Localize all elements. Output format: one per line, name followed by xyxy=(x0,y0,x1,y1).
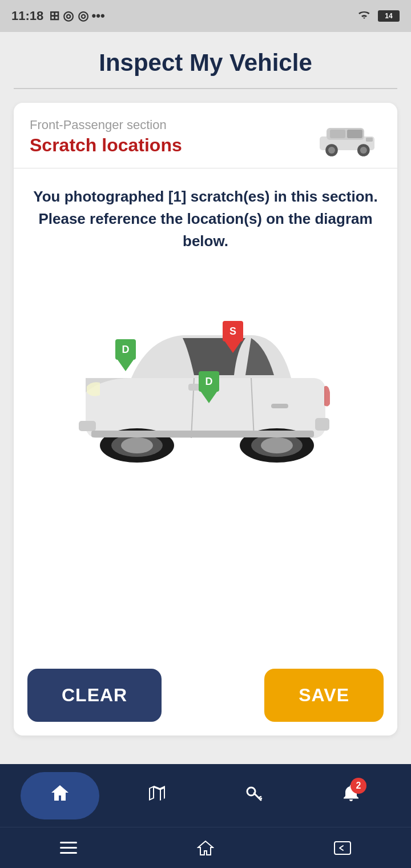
status-icons: ⊞ ◎ ◎ ••• xyxy=(49,9,104,23)
section-type: Scratch locations xyxy=(30,135,182,156)
status-time: 11:18 xyxy=(11,9,43,23)
system-nav xyxy=(0,827,411,868)
buttons-row: CLEAR SAVE xyxy=(14,655,397,736)
svg-rect-2 xyxy=(330,130,345,138)
card-header-left: Front-Passenger section Scratch location… xyxy=(30,118,182,156)
marker-arrow-d-front xyxy=(118,360,134,371)
svg-point-5 xyxy=(328,147,335,154)
status-bar: 11:18 ⊞ ◎ ◎ ••• 14 xyxy=(0,0,411,32)
map-icon xyxy=(146,782,168,809)
svg-rect-27 xyxy=(335,842,350,854)
svg-point-18 xyxy=(121,437,153,453)
sys-home-icon[interactable] xyxy=(197,839,214,857)
svg-rect-15 xyxy=(315,418,329,431)
sys-back-icon[interactable] xyxy=(334,841,351,855)
nav-key[interactable] xyxy=(206,782,303,809)
svg-point-7 xyxy=(360,147,367,154)
wifi-icon xyxy=(356,9,372,23)
svg-rect-14 xyxy=(79,421,96,431)
marker-arrow-d-door xyxy=(201,392,217,403)
nav-bell-wrap: 2 xyxy=(340,782,362,809)
spacer xyxy=(14,736,397,753)
bottom-nav: 2 xyxy=(0,764,411,827)
sys-menu-icon[interactable] xyxy=(60,842,77,854)
battery-indicator: 14 xyxy=(378,10,400,22)
key-icon xyxy=(243,782,265,809)
inspection-card: Front-Passenger section Scratch location… xyxy=(14,103,397,736)
card-header: Front-Passenger section Scratch location… xyxy=(14,103,397,168)
nav-home-bg xyxy=(21,772,99,819)
svg-rect-13 xyxy=(188,384,200,391)
main-content: Inspect My Vehicle Front-Passenger secti… xyxy=(0,32,411,764)
status-left: 11:18 ⊞ ◎ ◎ ••• xyxy=(11,9,105,23)
instruction-text: You photographed [1] scratch(es) in this… xyxy=(30,186,381,252)
nav-home[interactable] xyxy=(11,772,108,819)
marker-label-d-door: D xyxy=(199,371,219,392)
status-right: 14 xyxy=(356,9,400,23)
car-thumbnail xyxy=(313,116,381,156)
page-title: Inspect My Vehicle xyxy=(14,49,397,77)
marker-label-s-door: S xyxy=(223,321,243,341)
svg-point-21 xyxy=(261,437,293,453)
marker-d-door[interactable]: D xyxy=(199,371,219,403)
svg-rect-25 xyxy=(60,847,77,849)
marker-s-door[interactable]: S xyxy=(223,321,243,353)
home-icon xyxy=(49,782,71,809)
save-button[interactable]: SAVE xyxy=(264,669,384,722)
card-body: You photographed [1] scratch(es) in this… xyxy=(14,168,397,655)
car-svg-container: D S D xyxy=(68,304,342,487)
section-label: Front-Passenger section xyxy=(30,118,182,132)
bell-badge: 2 xyxy=(350,778,366,794)
marker-arrow-s-door xyxy=(225,341,241,353)
title-divider xyxy=(14,88,397,89)
nav-bell[interactable]: 2 xyxy=(303,782,400,809)
clear-button[interactable]: CLEAR xyxy=(27,669,162,722)
svg-rect-12 xyxy=(271,404,288,408)
nav-map[interactable] xyxy=(108,782,206,809)
svg-rect-24 xyxy=(60,842,77,843)
svg-rect-3 xyxy=(347,130,362,138)
svg-rect-22 xyxy=(91,431,314,437)
svg-rect-26 xyxy=(60,852,77,854)
svg-rect-8 xyxy=(366,138,373,142)
car-diagram: D S D xyxy=(30,275,381,515)
marker-d-front[interactable]: D xyxy=(115,339,136,371)
marker-label-d-front: D xyxy=(115,339,136,360)
